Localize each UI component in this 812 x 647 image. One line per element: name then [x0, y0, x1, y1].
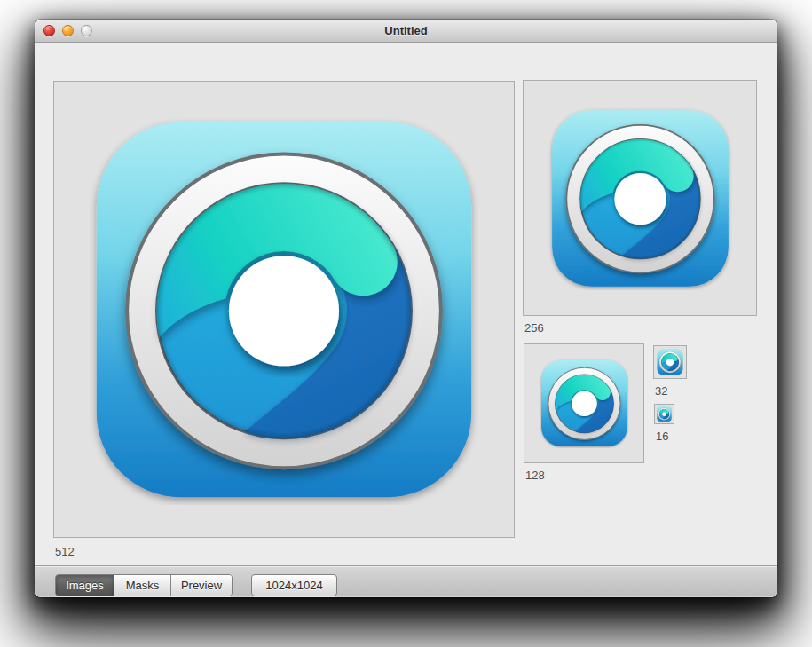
title-bar[interactable]: Untitled — [35, 20, 777, 43]
tab-images[interactable]: Images — [56, 575, 114, 596]
preview-well-16[interactable] — [654, 404, 674, 424]
app-icon-32 — [657, 349, 683, 375]
app-icon-16 — [657, 406, 672, 422]
bottom-toolbar: Images Masks Preview 1024x1024 — [35, 565, 777, 597]
view-mode-segmented-control: Images Masks Preview — [55, 574, 233, 596]
size-label-128: 128 — [525, 469, 545, 483]
size-label-32: 32 — [655, 384, 667, 398]
preview-well-32[interactable] — [653, 345, 687, 379]
icon-preview-area: 512 256 128 32 16 — [35, 43, 777, 565]
tab-preview[interactable]: Preview — [171, 575, 232, 596]
app-window: Untitled 512 256 128 32 16 Images Masks … — [35, 20, 777, 597]
app-icon-256 — [548, 107, 732, 290]
app-icon-128 — [540, 359, 629, 448]
app-icon-512 — [89, 114, 479, 505]
tab-masks[interactable]: Masks — [114, 575, 171, 596]
preview-well-128[interactable] — [524, 343, 644, 463]
size-label-256: 256 — [524, 321, 544, 335]
preview-well-512[interactable] — [53, 81, 515, 538]
size-label-16: 16 — [656, 430, 668, 444]
window-title: Untitled — [35, 24, 777, 37]
preview-well-256[interactable] — [523, 80, 757, 316]
size-1024-button[interactable]: 1024x1024 — [251, 574, 337, 596]
size-label-512: 512 — [55, 545, 75, 559]
